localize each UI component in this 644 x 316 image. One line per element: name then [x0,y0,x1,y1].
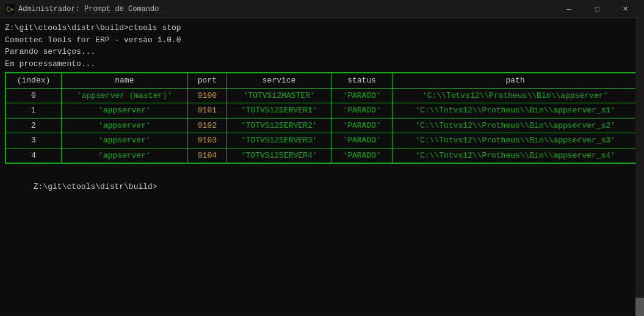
minimize-button[interactable]: ─ [555,0,583,18]
terminal-window: Z:\git\ctools\distr\build>ctools stop Co… [0,18,644,316]
scrollbar[interactable] [635,18,644,316]
cell-port: 9103 [187,133,226,149]
cell-port: 9101 [187,103,226,119]
col-header-status: status [331,73,393,89]
services-table: (index) name port service status path 0'… [5,73,639,163]
cell-index: 2 [6,118,62,133]
cell-service: 'TOTVS12SERVER2' [227,118,331,133]
cell-index: 3 [6,133,62,149]
cell-path: 'C:\\Totvs12\\Protheus\\Bin\\appserver_s… [393,118,639,133]
cell-service: 'TOTVS12SERVER1' [227,103,331,119]
terminal-line-2: Comottec Tools for ERP - versão 1.0.0 [5,34,639,46]
cell-status: 'PARADO' [331,103,393,119]
cell-index: 1 [6,103,62,119]
cell-status: 'PARADO' [331,148,393,163]
col-header-service: service [227,73,331,89]
cell-port: 9102 [187,118,226,133]
cell-name: 'appserver' [61,133,187,149]
cell-port: 9100 [187,88,226,103]
col-header-port: port [187,73,226,89]
maximize-button[interactable]: □ [583,0,611,18]
terminal-line-1: Z:\git\ctools\distr\build>ctools stop [5,22,639,34]
table-row: 2'appserver'9102'TOTVS12SERVER2''PARADO'… [6,118,639,133]
table-row: 0'appserver (master)'9100'TOTVS12MASTER'… [6,88,639,103]
cell-name: 'appserver (master)' [61,88,187,103]
cell-port: 9104 [187,148,226,163]
cell-name: 'appserver' [61,148,187,163]
cell-name: 'appserver' [61,118,187,133]
col-header-path: path [393,73,639,89]
cell-service: 'TOTVS12SERVER3' [227,133,331,149]
table-row: 1'appserver'9101'TOTVS12SERVER1''PARADO'… [6,103,639,119]
terminal-prompt: Z:\git\ctools\distr\build> [5,169,639,205]
cell-service: 'TOTVS12MASTER' [227,88,331,103]
cell-name: 'appserver' [61,103,187,119]
cell-path: 'C:\\Totvs12\\Protheus\\Bin\\appserver' [393,88,639,103]
cell-path: 'C:\\Totvs12\\Protheus\\Bin\\appserver_s… [393,148,639,163]
window-title: Administrador: Prompt de Comando [18,5,555,13]
terminal-line-4: Em processamento... [5,58,639,70]
cell-status: 'PARADO' [331,88,393,103]
window-controls: ─ □ ✕ [555,0,639,18]
cell-path: 'C:\\Totvs12\\Protheus\\Bin\\appserver_s… [393,133,639,149]
terminal-content: Z:\git\ctools\distr\build>ctools stop Co… [5,22,639,205]
col-header-name: name [61,73,187,89]
scrollbar-thumb[interactable] [635,298,644,316]
cell-status: 'PARADO' [331,118,393,133]
cell-service: 'TOTVS12SERVER4' [227,148,331,163]
prompt-text: Z:\git\ctools\distr\build> [34,182,157,191]
svg-text:C>: C> [6,6,13,13]
services-table-container: (index) name port service status path 0'… [5,72,639,164]
table-row: 3'appserver'9103'TOTVS12SERVER3''PARADO'… [6,133,639,149]
close-button[interactable]: ✕ [611,0,639,18]
table-body: 0'appserver (master)'9100'TOTVS12MASTER'… [6,88,639,163]
table-row: 4'appserver'9104'TOTVS12SERVER4''PARADO'… [6,148,639,163]
table-header-row: (index) name port service status path [6,73,639,89]
cell-index: 4 [6,148,62,163]
cell-index: 0 [6,88,62,103]
col-header-index: (index) [6,73,62,89]
cell-status: 'PARADO' [331,133,393,149]
cmd-icon: C> [5,4,15,14]
terminal-line-3: Parando serviços... [5,46,639,58]
cell-path: 'C:\\Totvs12\\Protheus\\Bin\\appserver_s… [393,103,639,119]
title-bar: C> Administrador: Prompt de Comando ─ □ … [0,0,644,18]
